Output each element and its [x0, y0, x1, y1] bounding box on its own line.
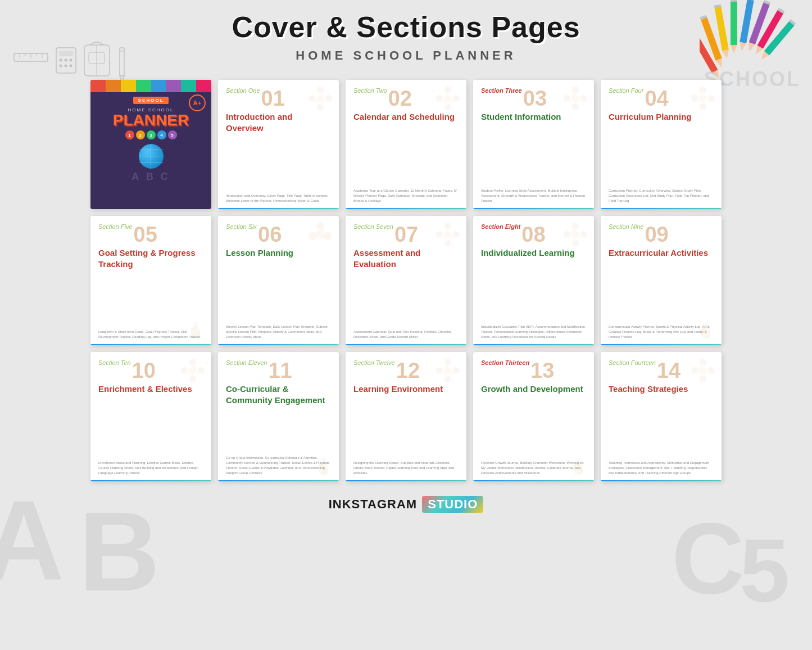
- section-header-05: Section Five 05: [98, 224, 203, 245]
- section-number-03: 03: [523, 88, 547, 109]
- section-card-02[interactable]: Section Two 02 Calendar and Scheduling A…: [346, 80, 466, 209]
- section-header-04: Section Four 04: [609, 88, 714, 109]
- cover-globe: [139, 144, 164, 169]
- brand-line-12: [346, 480, 466, 481]
- cover-card[interactable]: A+ SCHOOL HOME SCHOOL PLANNER 1 2 3 4 5: [90, 80, 211, 209]
- section-label-13: Section Thirteen: [481, 360, 529, 366]
- brand-line-04: [601, 208, 722, 209]
- brand-line-07: [346, 344, 466, 345]
- brand-line-03: [473, 208, 594, 209]
- section-label-04: Section Four: [609, 88, 643, 94]
- section-number-02: 02: [388, 88, 412, 109]
- bg-letter-5: 5: [740, 518, 790, 622]
- section-number-12: 12: [396, 360, 420, 381]
- grade-badge: A+: [189, 94, 206, 111]
- section-desc-10: Enrichment Ideas and Planning, Elective …: [98, 461, 203, 476]
- section-header-12: Section Twelve 12: [353, 360, 459, 381]
- section-card-04[interactable]: Section Four 04 Curriculum Planning Curr…: [601, 80, 722, 209]
- section-number-13: 13: [530, 360, 554, 381]
- section-number-06: 06: [258, 224, 282, 245]
- section-title-05: Goal Setting & Progress Tracking: [98, 247, 203, 269]
- section-card-01[interactable]: Section One 01 Introduction and Overview…: [218, 80, 339, 209]
- section-desc-08: Individualized Education Plan (IEP), Acc…: [481, 324, 586, 340]
- brand-line-11: [218, 480, 339, 481]
- section-label-01: Section One: [226, 88, 260, 94]
- section-card-08[interactable]: Section Eight 08 Individualized Learning…: [473, 216, 594, 345]
- section-header-10: Section Ten 10: [98, 360, 203, 381]
- section-card-03[interactable]: Section Three 03 Student Information Stu…: [473, 80, 594, 209]
- page-title: Cover & Sections Pages: [0, 10, 812, 44]
- section-header-11: Section Eleven 11: [226, 360, 331, 381]
- section-title-08: Individualized Learning: [481, 247, 586, 259]
- section-label-05: Section Five: [98, 224, 133, 230]
- section-title-13: Growth and Development: [481, 383, 586, 395]
- section-header-01: Section One 01: [226, 88, 331, 109]
- section-header-07: Section Seven 07: [353, 224, 459, 245]
- page-subtitle: HOME SCHOOL PLANNER: [0, 48, 812, 63]
- section-card-07[interactable]: Section Seven 07 Assessment and Evaluati…: [346, 216, 466, 345]
- section-number-08: 08: [521, 224, 545, 245]
- sections-grid: A+ SCHOOL HOME SCHOOL PLANNER 1 2 3 4 5: [0, 69, 812, 487]
- section-label-02: Section Two: [353, 88, 387, 94]
- svg-point-37: [70, 65, 72, 67]
- section-number-14: 14: [657, 360, 681, 381]
- page-title-container: Cover & Sections Pages: [0, 0, 812, 44]
- section-title-14: Teaching Strategies: [609, 383, 714, 395]
- section-title-12: Learning Environment: [353, 383, 459, 395]
- section-title-10: Enrichment & Electives: [98, 383, 203, 395]
- brand-line-05: [90, 344, 211, 345]
- section-number-10: 10: [132, 360, 156, 381]
- section-card-12[interactable]: Section Twelve 12 Learning Environment D…: [346, 352, 466, 481]
- section-label-07: Section Seven: [353, 224, 393, 230]
- section-desc-03: Student Profile, Learning Style Assessme…: [481, 188, 586, 204]
- section-desc-05: Long-term & Short-term Goals, Goal Progr…: [98, 329, 203, 340]
- section-desc-07: Assessment Calendar, Quiz and Test Track…: [353, 329, 459, 340]
- brand-line-09: [601, 344, 722, 345]
- section-card-09[interactable]: Section Nine 09 Extracurricular Activiti…: [601, 216, 722, 345]
- section-card-11[interactable]: Section Eleven 11 Co-Curricular & Commun…: [218, 352, 339, 481]
- section-title-06: Lesson Planning: [226, 247, 331, 259]
- section-card-14[interactable]: Section Fourteen 14 Teaching Strategies …: [601, 352, 722, 481]
- section-header-06: Section Six 06: [226, 224, 331, 245]
- section-label-08: Section Eight: [481, 224, 520, 230]
- section-header-08: Section Eight 08: [481, 224, 586, 245]
- section-header-13: Section Thirteen 13: [481, 360, 586, 381]
- section-header-03: Section Three 03: [481, 88, 586, 109]
- section-number-11: 11: [268, 360, 292, 381]
- cover-planner-title: PLANNER: [113, 112, 189, 128]
- section-title-07: Assessment and Evaluation: [353, 247, 459, 269]
- section-desc-06: Weekly Lesson Plan Template, Daily Lesso…: [226, 324, 331, 340]
- section-card-13[interactable]: Section Thirteen 13 Growth and Developme…: [473, 352, 594, 481]
- section-card-06[interactable]: Section Six 06 Lesson Planning Weekly Le…: [218, 216, 339, 345]
- brand-line-08: [473, 344, 594, 345]
- logo-studio: STUDIO: [428, 497, 478, 511]
- section-header-14: Section Fourteen 14: [609, 360, 714, 381]
- section-header-02: Section Two 02: [353, 88, 459, 109]
- section-label-14: Section Fourteen: [609, 360, 656, 366]
- brand-line-14: [601, 480, 722, 481]
- section-number-05: 05: [134, 224, 157, 245]
- bg-letter-a: A: [0, 476, 64, 605]
- cover-abc: A B C: [131, 171, 170, 183]
- brand-line-06: [218, 344, 339, 345]
- section-card-05[interactable]: Section Five 05 Goal Setting & Progress …: [90, 216, 211, 345]
- brand-line-01: [218, 208, 339, 209]
- section-title-01: Introduction and Overview: [226, 111, 331, 133]
- section-card-10[interactable]: Section Ten 10 Enrichment & Electives En…: [90, 352, 211, 481]
- section-label-10: Section Ten: [98, 360, 131, 366]
- section-title-02: Calendar and Scheduling: [353, 111, 459, 123]
- section-label-11: Section Eleven: [226, 360, 267, 366]
- brand-line-13: [473, 480, 594, 481]
- svg-point-35: [60, 65, 62, 67]
- section-title-03: Student Information: [481, 111, 586, 123]
- section-header-09: Section Nine 09: [609, 224, 714, 245]
- cover-school-label: SCHOOL: [133, 97, 168, 104]
- section-desc-13: Personal Growth Journal, Building Charac…: [481, 461, 586, 476]
- svg-point-36: [65, 65, 67, 67]
- section-label-03: Section Three: [481, 88, 522, 94]
- logo-inkstagram: INKSTAGRAM: [329, 497, 417, 511]
- section-number-01: 01: [261, 88, 285, 109]
- section-label-06: Section Six: [226, 224, 257, 230]
- bg-letter-c: C: [672, 500, 745, 616]
- section-title-04: Curriculum Planning: [609, 111, 714, 123]
